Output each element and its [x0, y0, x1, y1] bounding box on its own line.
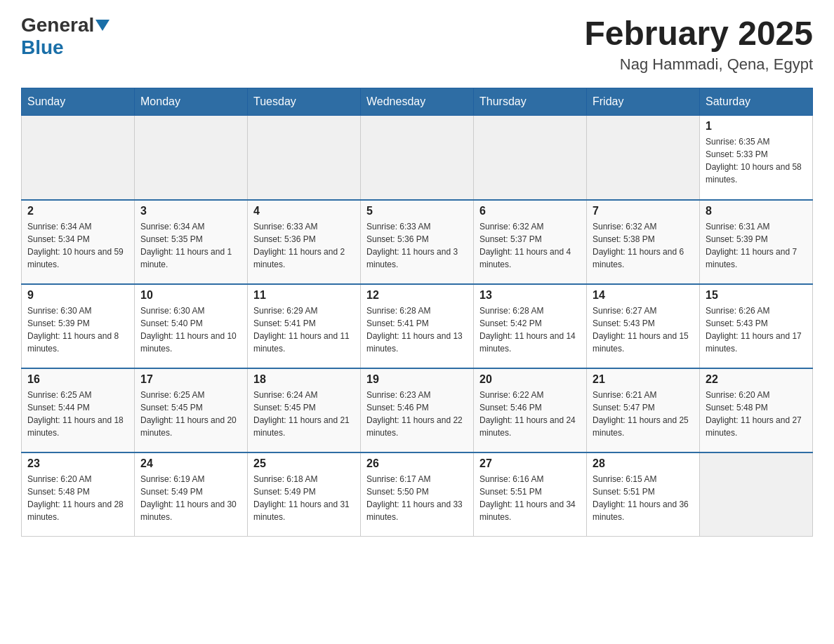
logo-general-text: General [21, 14, 94, 36]
day-info: Sunrise: 6:20 AM Sunset: 5:48 PM Dayligh… [706, 389, 807, 439]
day-number: 5 [366, 205, 468, 217]
day-info: Sunrise: 6:30 AM Sunset: 5:39 PM Dayligh… [27, 304, 128, 355]
calendar-cell: 5Sunrise: 6:33 AM Sunset: 5:36 PM Daylig… [361, 200, 474, 284]
day-header-saturday: Saturday [700, 88, 813, 116]
calendar-cell: 23Sunrise: 6:20 AM Sunset: 5:48 PM Dayli… [22, 452, 135, 537]
calendar-cell [361, 116, 474, 200]
day-info: Sunrise: 6:33 AM Sunset: 5:36 PM Dayligh… [366, 220, 468, 271]
day-header-monday: Monday [135, 88, 248, 116]
calendar-cell: 6Sunrise: 6:32 AM Sunset: 5:37 PM Daylig… [474, 200, 587, 284]
day-number: 16 [27, 373, 128, 386]
day-info: Sunrise: 6:19 AM Sunset: 5:49 PM Dayligh… [140, 473, 241, 523]
calendar-cell: 12Sunrise: 6:28 AM Sunset: 5:41 PM Dayli… [361, 284, 474, 368]
day-number: 13 [479, 289, 581, 302]
day-number: 6 [479, 205, 581, 217]
day-header-friday: Friday [587, 88, 700, 116]
day-number: 11 [253, 289, 355, 302]
page-header: General Blue February 2025 Nag Hammadi, … [21, 14, 813, 74]
calendar-cell: 1Sunrise: 6:35 AM Sunset: 5:33 PM Daylig… [700, 116, 813, 200]
day-number: 9 [27, 289, 128, 302]
day-info: Sunrise: 6:17 AM Sunset: 5:50 PM Dayligh… [366, 473, 468, 523]
calendar-cell: 24Sunrise: 6:19 AM Sunset: 5:49 PM Dayli… [135, 452, 248, 537]
calendar-cell: 27Sunrise: 6:16 AM Sunset: 5:51 PM Dayli… [474, 452, 587, 537]
calendar-cell: 25Sunrise: 6:18 AM Sunset: 5:49 PM Dayli… [248, 452, 361, 537]
calendar-cell: 14Sunrise: 6:27 AM Sunset: 5:43 PM Dayli… [587, 284, 700, 368]
day-number: 19 [366, 373, 468, 386]
calendar-cell: 7Sunrise: 6:32 AM Sunset: 5:38 PM Daylig… [587, 200, 700, 284]
day-info: Sunrise: 6:26 AM Sunset: 5:43 PM Dayligh… [706, 304, 807, 355]
day-number: 24 [140, 457, 241, 470]
calendar-cell: 9Sunrise: 6:30 AM Sunset: 5:39 PM Daylig… [22, 284, 135, 368]
calendar-header-row: SundayMondayTuesdayWednesdayThursdayFrid… [22, 88, 813, 116]
day-number: 26 [366, 457, 468, 470]
day-number: 4 [253, 205, 355, 217]
calendar-cell: 8Sunrise: 6:31 AM Sunset: 5:39 PM Daylig… [700, 200, 813, 284]
day-info: Sunrise: 6:34 AM Sunset: 5:34 PM Dayligh… [27, 220, 128, 271]
day-info: Sunrise: 6:28 AM Sunset: 5:42 PM Dayligh… [479, 304, 581, 355]
calendar-cell: 2Sunrise: 6:34 AM Sunset: 5:34 PM Daylig… [22, 200, 135, 284]
day-number: 20 [479, 373, 581, 386]
calendar-cell: 21Sunrise: 6:21 AM Sunset: 5:47 PM Dayli… [587, 368, 700, 452]
day-info: Sunrise: 6:16 AM Sunset: 5:51 PM Dayligh… [479, 473, 581, 523]
day-number: 3 [140, 205, 241, 217]
day-header-tuesday: Tuesday [248, 88, 361, 116]
page-subtitle: Nag Hammadi, Qena, Egypt [584, 55, 813, 74]
logo: General Blue [21, 14, 110, 59]
day-info: Sunrise: 6:34 AM Sunset: 5:35 PM Dayligh… [140, 220, 241, 271]
day-info: Sunrise: 6:32 AM Sunset: 5:37 PM Dayligh… [479, 220, 581, 271]
calendar-cell: 22Sunrise: 6:20 AM Sunset: 5:48 PM Dayli… [700, 368, 813, 452]
day-number: 23 [27, 457, 128, 470]
calendar-cell [700, 452, 813, 537]
day-number: 18 [253, 373, 355, 386]
day-info: Sunrise: 6:31 AM Sunset: 5:39 PM Dayligh… [706, 220, 807, 271]
day-number: 25 [253, 457, 355, 470]
calendar-cell: 3Sunrise: 6:34 AM Sunset: 5:35 PM Daylig… [135, 200, 248, 284]
calendar-cell [135, 116, 248, 200]
day-header-thursday: Thursday [474, 88, 587, 116]
calendar-cell: 16Sunrise: 6:25 AM Sunset: 5:44 PM Dayli… [22, 368, 135, 452]
day-info: Sunrise: 6:23 AM Sunset: 5:46 PM Dayligh… [366, 389, 468, 439]
day-info: Sunrise: 6:25 AM Sunset: 5:45 PM Dayligh… [140, 389, 241, 439]
calendar-week-row: 1Sunrise: 6:35 AM Sunset: 5:33 PM Daylig… [22, 116, 813, 200]
calendar-cell: 13Sunrise: 6:28 AM Sunset: 5:42 PM Dayli… [474, 284, 587, 368]
day-info: Sunrise: 6:25 AM Sunset: 5:44 PM Dayligh… [27, 389, 128, 439]
day-number: 12 [366, 289, 468, 302]
day-info: Sunrise: 6:18 AM Sunset: 5:49 PM Dayligh… [253, 473, 355, 523]
day-header-sunday: Sunday [22, 88, 135, 116]
day-info: Sunrise: 6:27 AM Sunset: 5:43 PM Dayligh… [593, 304, 694, 355]
day-number: 22 [706, 373, 807, 386]
calendar-cell: 15Sunrise: 6:26 AM Sunset: 5:43 PM Dayli… [700, 284, 813, 368]
day-number: 15 [706, 289, 807, 302]
day-number: 28 [593, 457, 694, 470]
day-info: Sunrise: 6:33 AM Sunset: 5:36 PM Dayligh… [253, 220, 355, 271]
calendar-week-row: 23Sunrise: 6:20 AM Sunset: 5:48 PM Dayli… [22, 452, 813, 537]
day-info: Sunrise: 6:24 AM Sunset: 5:45 PM Dayligh… [253, 389, 355, 439]
calendar-cell: 26Sunrise: 6:17 AM Sunset: 5:50 PM Dayli… [361, 452, 474, 537]
calendar-cell: 4Sunrise: 6:33 AM Sunset: 5:36 PM Daylig… [248, 200, 361, 284]
calendar-cell [22, 116, 135, 200]
logo-general: General [21, 14, 110, 36]
day-info: Sunrise: 6:22 AM Sunset: 5:46 PM Dayligh… [479, 389, 581, 439]
day-number: 10 [140, 289, 241, 302]
logo-arrow-icon [95, 20, 110, 31]
day-info: Sunrise: 6:15 AM Sunset: 5:51 PM Dayligh… [593, 473, 694, 523]
calendar-cell: 11Sunrise: 6:29 AM Sunset: 5:41 PM Dayli… [248, 284, 361, 368]
calendar-cell: 19Sunrise: 6:23 AM Sunset: 5:46 PM Dayli… [361, 368, 474, 452]
calendar-week-row: 16Sunrise: 6:25 AM Sunset: 5:44 PM Dayli… [22, 368, 813, 452]
day-number: 14 [593, 289, 694, 302]
day-number: 2 [27, 205, 128, 217]
day-info: Sunrise: 6:28 AM Sunset: 5:41 PM Dayligh… [366, 304, 468, 355]
day-info: Sunrise: 6:21 AM Sunset: 5:47 PM Dayligh… [593, 389, 694, 439]
day-number: 1 [706, 120, 807, 133]
day-number: 7 [593, 205, 694, 217]
calendar-week-row: 9Sunrise: 6:30 AM Sunset: 5:39 PM Daylig… [22, 284, 813, 368]
day-info: Sunrise: 6:35 AM Sunset: 5:33 PM Dayligh… [706, 135, 807, 186]
day-info: Sunrise: 6:32 AM Sunset: 5:38 PM Dayligh… [593, 220, 694, 271]
day-info: Sunrise: 6:20 AM Sunset: 5:48 PM Dayligh… [27, 473, 128, 523]
day-info: Sunrise: 6:29 AM Sunset: 5:41 PM Dayligh… [253, 304, 355, 355]
logo-blue-text: Blue [21, 36, 64, 59]
day-number: 8 [706, 205, 807, 217]
page-title: February 2025 [584, 14, 813, 53]
calendar-cell [474, 116, 587, 200]
day-info: Sunrise: 6:30 AM Sunset: 5:40 PM Dayligh… [140, 304, 241, 355]
